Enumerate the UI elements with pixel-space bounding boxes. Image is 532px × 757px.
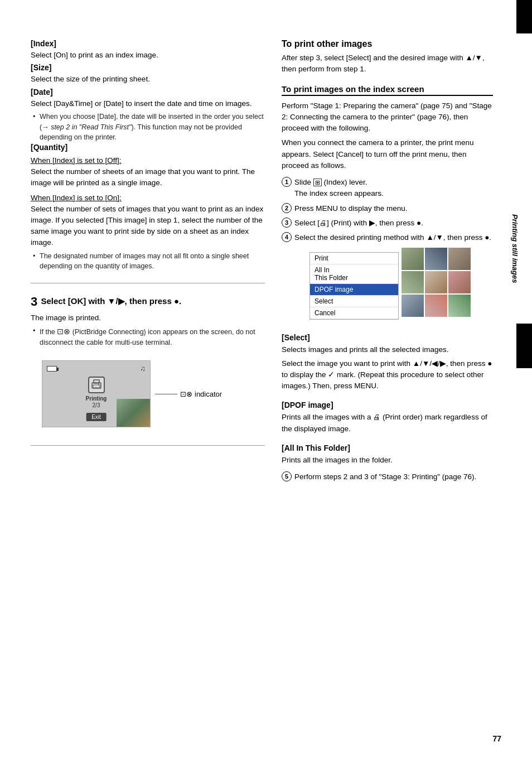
- step-3-section: 3 Select [OK] with ▼/▶, then press ●. Th…: [31, 295, 265, 434]
- step4-circle: 4: [282, 232, 292, 242]
- quantity-bullet: The designated number of images may not …: [31, 251, 265, 272]
- menu-image: Print All InThis Folder DPOF image Selec…: [309, 252, 399, 320]
- dpof-heading: [DPOF image]: [282, 401, 493, 409]
- step3-body: The image is printed.: [31, 312, 265, 324]
- section-size: [Size] Select the size of the printing s…: [31, 63, 265, 85]
- thumb-2: [425, 248, 447, 270]
- camera-photo-thumb: [117, 399, 150, 427]
- step-5-row: 5 Perform steps 2 and 3 of "Stage 3: Pri…: [282, 471, 493, 483]
- camera-screen-area: ♫: [36, 354, 265, 434]
- size-body: Select the size of the printing sheet.: [31, 74, 265, 85]
- index-body: Select [On] to print as an index image.: [31, 50, 265, 61]
- thumb-3: [448, 248, 471, 270]
- camera-top-bar: ♫: [47, 364, 146, 373]
- thumb-4: [402, 271, 424, 293]
- section-quantity: [Quantity] When [Index] is set to [Off]:…: [31, 143, 265, 272]
- step-3-row: 3 Select [🖨] (Print) with ▶, then press …: [282, 218, 493, 229]
- section-dpof: [DPOF image] Prints all the images with …: [282, 401, 493, 435]
- section-index: [Index] Select [On] to print as an index…: [31, 39, 265, 61]
- pictbridge-icon-inline: ⊡⊗: [180, 390, 192, 398]
- camera-print-label: Printing: [86, 396, 107, 402]
- right-column: To print other images After step 3, sele…: [282, 39, 515, 486]
- dpof-body: Prints all the images with a 🖨 (Print or…: [282, 412, 493, 435]
- quantity-off-heading: When [Index] is set to [Off]:: [31, 156, 265, 165]
- thumb-9: [448, 295, 471, 317]
- camera-count-label: 2/3: [93, 402, 100, 408]
- other-images-title: To print other images: [282, 39, 493, 49]
- thumb-5: [425, 271, 447, 293]
- step3-circle: 3: [282, 218, 292, 228]
- step3-num: 3: [31, 295, 37, 308]
- pictbridge-connecting-icon: ⊡⊗: [57, 327, 70, 336]
- thumb-1: [402, 248, 424, 270]
- menu-item-print: Print: [310, 253, 398, 264]
- section-index-screen: To print images on the index screen Perf…: [282, 84, 493, 325]
- section-all-folder: [All In This Folder] Prints all the imag…: [282, 443, 493, 466]
- print-order-icon: 🖨: [373, 413, 380, 421]
- step-4-row: 4 Select the desired printing method wit…: [282, 232, 493, 243]
- camera-screen-image: ♫: [42, 360, 151, 427]
- print-icon-symbol: 🖨: [320, 219, 327, 227]
- step2-circle: 2: [282, 203, 292, 213]
- menu-item-dpof: DPOF image: [310, 284, 398, 296]
- size-heading: [Size]: [31, 63, 265, 72]
- thumb-8: [425, 295, 447, 317]
- step-2-row: 2 Press MENU to display the menu.: [282, 203, 493, 214]
- step1-circle: 1: [282, 177, 292, 187]
- section-other-images: To print other images After step 3, sele…: [282, 39, 493, 75]
- menu-area: Print All InThis Folder DPOF image Selec…: [296, 248, 493, 324]
- date-body: Select [Day&Time] or [Date] to insert th…: [31, 98, 265, 109]
- date-heading: [Date]: [31, 88, 265, 97]
- all-folder-body: Prints all the images in the folder.: [282, 455, 493, 466]
- battery-icon: [47, 366, 57, 372]
- step4-text: Select the desired printing method with …: [294, 232, 493, 243]
- select-heading: [Select]: [282, 333, 493, 342]
- step3-inner-text: Select [🖨] (Print) with ▶, then press ●.: [294, 218, 493, 229]
- camera-screen-inner: ♫: [42, 361, 150, 427]
- index-screen-title: To print images on the index screen: [282, 84, 493, 96]
- main-content: [Index] Select [On] to print as an index…: [0, 39, 532, 486]
- indicator-area: ⊡⊗ indicator: [155, 390, 222, 398]
- section-select: [Select] Selects images and prints all t…: [282, 333, 493, 392]
- step1-text: Slide ⊞ (Index) lever. The index screen …: [294, 177, 493, 200]
- menu-item-select: Select: [310, 296, 398, 307]
- side-label: Printing still images: [511, 214, 520, 283]
- select-body2: Select the image you want to print with …: [282, 358, 493, 392]
- divider: [31, 283, 265, 283]
- step5-circle: 5: [282, 471, 292, 481]
- step2-text: Press MENU to display the menu.: [294, 203, 493, 214]
- all-folder-heading: [All In This Folder]: [282, 443, 493, 452]
- svg-rect-2: [93, 385, 100, 388]
- black-tab-top: [516, 0, 532, 33]
- camera-print-icon: [88, 377, 105, 393]
- thumb-7: [402, 295, 424, 317]
- quantity-off-body: Select the number of sheets of an image …: [31, 166, 265, 189]
- page-number: 77: [492, 734, 501, 743]
- indicator-line: [155, 394, 177, 394]
- camera-mode-indicator: ♫: [140, 364, 146, 373]
- section-date: [Date] Select [Day&Time] or [Date] to in…: [31, 88, 265, 143]
- index-lever-icon: ⊞: [313, 179, 322, 186]
- photo-thumbnails: [402, 248, 471, 317]
- divider-bottom: [31, 445, 265, 446]
- black-tab-right: [516, 324, 532, 368]
- indicator-label: indicator: [195, 390, 222, 398]
- index-heading: [Index]: [31, 39, 265, 48]
- page-container: Printing still images [Index] Select [On…: [0, 0, 532, 757]
- step-1-row: 1 Slide ⊞ (Index) lever. The index scree…: [282, 177, 493, 200]
- index-screen-body2: When you connect the camera to a printer…: [282, 137, 493, 171]
- date-bullet: When you choose [Date], the date will be…: [31, 112, 265, 143]
- thumb-6: [448, 271, 471, 293]
- step3-text: Select [OK] with ▼/▶, then press ●.: [41, 296, 181, 306]
- menu-item-all-folder: All InThis Folder: [310, 264, 398, 284]
- step3-heading: 3 Select [OK] with ▼/▶, then press ●.: [31, 295, 265, 309]
- camera-exit-button: Exit: [86, 413, 107, 421]
- other-images-body: After step 3, select [Select] and the de…: [282, 52, 493, 75]
- quantity-on-heading: When [Index] is set to [On]:: [31, 194, 265, 202]
- index-screen-body1: Perform "Stage 1: Preparing the camera" …: [282, 100, 493, 134]
- left-column: [Index] Select [On] to print as an index…: [31, 39, 265, 486]
- select-body1: Selects images and prints all the select…: [282, 344, 493, 355]
- step5-text: Perform steps 2 and 3 of "Stage 3: Print…: [294, 471, 493, 483]
- quantity-heading: [Quantity]: [31, 143, 265, 152]
- svg-point-3: [98, 384, 99, 385]
